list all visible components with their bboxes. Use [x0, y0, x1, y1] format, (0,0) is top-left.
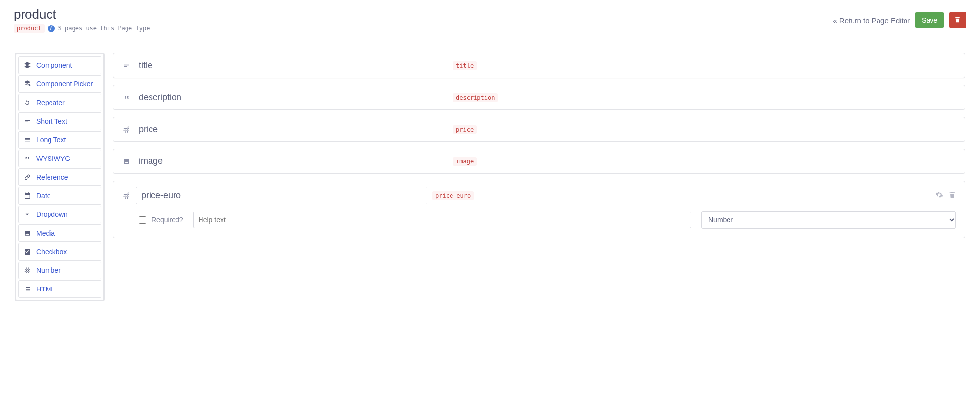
- sidebar-item-date[interactable]: Date: [18, 187, 101, 205]
- sidebar-item-label: Component Picker: [36, 80, 93, 88]
- hash-icon: [24, 266, 31, 274]
- field-slug-badge: description: [453, 93, 498, 102]
- return-link[interactable]: « Return to Page Editor: [833, 16, 910, 25]
- field-row-image[interactable]: image image: [113, 149, 965, 174]
- sidebar-item-checkbox[interactable]: Checkbox: [18, 243, 101, 261]
- checkbox-icon: [24, 248, 31, 256]
- required-checkbox-wrap[interactable]: Required?: [137, 215, 183, 225]
- sidebar-item-label: Media: [36, 229, 55, 237]
- field-name: price: [139, 124, 158, 134]
- sidebar-item-wysiwyg[interactable]: WYSIWYG: [18, 150, 101, 167]
- info-icon[interactable]: i: [48, 25, 55, 32]
- refresh-icon: [24, 99, 31, 106]
- field-name: description: [139, 92, 181, 103]
- sidebar-item-media[interactable]: Media: [18, 224, 101, 242]
- field-row-description[interactable]: description description: [113, 85, 965, 110]
- hash-icon: [122, 191, 131, 200]
- header: product product i 3 pages use this Page …: [0, 0, 980, 38]
- field-slug-badge: title: [453, 61, 477, 70]
- trash-icon[interactable]: [948, 191, 956, 201]
- sidebar-item-label: Date: [36, 192, 51, 200]
- page-slug-badge: product: [14, 24, 45, 33]
- sidebar-item-repeater[interactable]: Repeater: [18, 94, 101, 111]
- field-name-slot: title: [139, 60, 445, 71]
- chevron-down-icon: [24, 211, 31, 218]
- sidebar-item-label: Short Text: [36, 117, 67, 125]
- link-icon: [24, 173, 31, 181]
- short-text-icon: [122, 61, 131, 70]
- header-left: product product i 3 pages use this Page …: [14, 7, 150, 33]
- sidebar-item-html[interactable]: HTML: [18, 280, 101, 298]
- header-sub-row: product i 3 pages use this Page Type: [14, 24, 150, 33]
- sidebar-item-label: Reference: [36, 173, 68, 181]
- layers-icon: [24, 61, 31, 69]
- list-icon: [24, 285, 31, 293]
- header-right: « Return to Page Editor Save: [833, 7, 966, 28]
- layers-plus-icon: [24, 80, 31, 88]
- field-row-title[interactable]: title title: [113, 53, 965, 78]
- sidebar-item-number[interactable]: Number: [18, 262, 101, 279]
- usage-text: 3 pages use this Page Type: [58, 25, 150, 32]
- field-row-price[interactable]: price price: [113, 117, 965, 142]
- sidebar-item-component[interactable]: Component: [18, 56, 101, 74]
- field-row-price-euro: price-euro Required? Number: [113, 181, 965, 238]
- field-name: image: [139, 156, 163, 166]
- field-type-select[interactable]: Number: [701, 211, 956, 229]
- field-slug-badge: price: [453, 125, 477, 134]
- required-label: Required?: [151, 216, 183, 224]
- field-name-slot: image: [139, 156, 445, 166]
- sidebar-item-label: WYSIWYG: [36, 155, 70, 162]
- sidebar-item-label: Dropdown: [36, 211, 68, 218]
- help-text-input[interactable]: [193, 212, 691, 228]
- trash-icon: [954, 16, 961, 25]
- editing-row-body: Required? Number: [122, 204, 956, 229]
- field-name: title: [139, 60, 152, 71]
- page-title: product: [14, 7, 150, 22]
- long-text-icon: [24, 136, 31, 144]
- image-icon: [24, 229, 31, 237]
- image-icon: [122, 157, 131, 166]
- save-button[interactable]: Save: [915, 12, 944, 28]
- sidebar-item-label: Number: [36, 266, 61, 274]
- sidebar-item-label: Checkbox: [36, 248, 67, 256]
- sidebar: Component Component Picker Repeater Shor…: [15, 53, 105, 301]
- hash-icon: [122, 125, 131, 134]
- field-slug-badge: price-euro: [432, 191, 474, 200]
- sidebar-item-reference[interactable]: Reference: [18, 168, 101, 186]
- required-checkbox[interactable]: [139, 216, 146, 224]
- sidebar-item-short-text[interactable]: Short Text: [18, 112, 101, 130]
- sidebar-item-component-picker[interactable]: Component Picker: [18, 75, 101, 93]
- short-text-icon: [24, 117, 31, 125]
- delete-button[interactable]: [949, 12, 966, 28]
- row-actions: [935, 191, 956, 201]
- quote-icon: [122, 93, 131, 102]
- calendar-icon: [24, 192, 31, 200]
- field-name-slot: description: [139, 92, 445, 103]
- quote-icon: [24, 155, 31, 162]
- field-slug-badge: image: [453, 157, 477, 166]
- editing-row-top: price-euro: [122, 187, 956, 204]
- sidebar-item-dropdown[interactable]: Dropdown: [18, 206, 101, 223]
- gear-icon[interactable]: [935, 191, 943, 201]
- sidebar-item-label: Repeater: [36, 99, 65, 106]
- field-name-input[interactable]: [136, 187, 427, 204]
- fields-list: title title description description pric…: [113, 53, 965, 238]
- field-name-slot: price: [139, 124, 445, 134]
- sidebar-item-label: HTML: [36, 285, 55, 293]
- sidebar-item-label: Long Text: [36, 136, 66, 144]
- sidebar-item-long-text[interactable]: Long Text: [18, 131, 101, 149]
- sidebar-item-label: Component: [36, 61, 72, 69]
- main: Component Component Picker Repeater Shor…: [0, 38, 980, 316]
